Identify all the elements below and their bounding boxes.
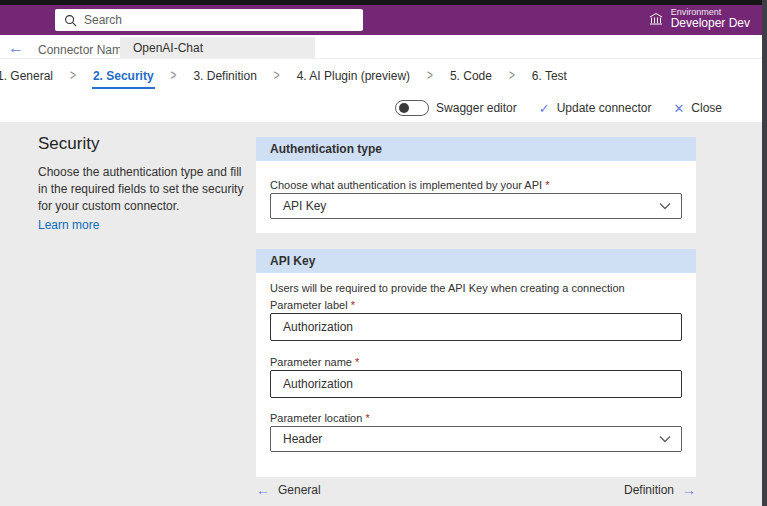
chevron-down-icon xyxy=(659,202,671,210)
auth-type-selected-value: API Key xyxy=(283,199,326,213)
prev-step-label: General xyxy=(278,483,321,497)
swagger-editor-label: Swagger editor xyxy=(436,101,517,115)
swagger-editor-toggle[interactable]: Swagger editor xyxy=(395,100,517,116)
wizard-steps: 1. General > 2. Security > 3. Definition… xyxy=(0,59,568,92)
search-placeholder: Search xyxy=(84,13,122,27)
step-definition[interactable]: 3. Definition xyxy=(192,63,257,89)
search-icon xyxy=(64,14,77,27)
parameter-location-selected-value: Header xyxy=(283,432,322,446)
close-label: Close xyxy=(691,101,722,115)
parameter-label-label: Parameter label * xyxy=(270,299,355,311)
next-step-label: Definition xyxy=(624,483,674,497)
environment-icon xyxy=(648,11,664,27)
close-icon: ✕ xyxy=(673,101,684,116)
chevron-down-icon xyxy=(659,435,671,443)
action-toolbar: Swagger editor ✓ Update connector ✕ Clos… xyxy=(395,95,722,121)
toggle-off-icon[interactable] xyxy=(395,100,429,116)
parameter-label-input[interactable] xyxy=(270,313,682,341)
api-key-description: Users will be required to provide the AP… xyxy=(270,282,625,294)
auth-type-field-label: Choose what authentication is implemente… xyxy=(270,179,549,191)
required-asterisk: * xyxy=(355,356,359,368)
chevron-right-icon: > xyxy=(509,68,515,83)
environment-picker[interactable]: Environment Developer Dev xyxy=(648,7,750,31)
connector-name-label: Connector Name xyxy=(38,43,129,57)
chevron-right-icon: > xyxy=(171,68,177,83)
header-rows: ← Connector Name OpenAI-Chat 1. General … xyxy=(0,35,767,122)
step-code[interactable]: 5. Code xyxy=(449,63,493,89)
connector-editor-screen: Search Environment Developer Dev ← Conne… xyxy=(0,0,767,506)
next-step-link[interactable]: Definition → xyxy=(624,482,696,498)
update-connector-label: Update connector xyxy=(557,101,652,115)
prev-step-link[interactable]: ← General xyxy=(256,482,321,498)
api-key-card: API Key Users will be required to provid… xyxy=(256,249,696,477)
parameter-location-dropdown[interactable]: Header xyxy=(270,426,682,452)
required-asterisk: * xyxy=(545,179,549,191)
back-arrow-icon[interactable]: ← xyxy=(8,39,24,57)
security-side-panel: Security Choose the authentication type … xyxy=(38,134,245,233)
connector-name-value: OpenAI-Chat xyxy=(133,41,203,55)
api-key-header: API Key xyxy=(256,249,696,273)
environment-label: Environment xyxy=(671,7,750,17)
environment-name: Developer Dev xyxy=(671,17,750,31)
update-connector-button[interactable]: ✓ Update connector xyxy=(539,101,652,116)
window-right-edge xyxy=(762,0,767,506)
environment-text: Environment Developer Dev xyxy=(671,7,750,31)
step-test[interactable]: 6. Test xyxy=(531,63,568,89)
chevron-right-icon: > xyxy=(427,68,433,83)
checkmark-icon: ✓ xyxy=(539,101,550,116)
page-title: Security xyxy=(38,134,245,154)
learn-more-link[interactable]: Learn more xyxy=(38,218,99,232)
parameter-name-input[interactable] xyxy=(270,370,682,398)
required-asterisk: * xyxy=(351,299,355,311)
chevron-right-icon: > xyxy=(274,68,280,83)
chevron-right-icon: > xyxy=(70,68,76,83)
authentication-type-card: Authentication type Choose what authenti… xyxy=(256,137,696,233)
global-search-box[interactable]: Search xyxy=(55,9,363,31)
parameter-name-label: Parameter name * xyxy=(270,356,359,368)
page-description: Choose the authentication type and fill … xyxy=(38,164,245,215)
close-button[interactable]: ✕ Close xyxy=(673,101,722,116)
arrow-left-icon: ← xyxy=(256,482,270,498)
required-asterisk: * xyxy=(365,412,369,424)
step-general[interactable]: 1. General xyxy=(0,63,54,89)
authentication-type-header: Authentication type xyxy=(256,137,696,161)
connector-name-field[interactable]: OpenAI-Chat xyxy=(120,37,315,58)
app-header-bar: Search Environment Developer Dev xyxy=(0,5,767,35)
auth-type-dropdown[interactable]: API Key xyxy=(270,193,682,219)
parameter-location-label: Parameter location * xyxy=(270,412,370,424)
step-security[interactable]: 2. Security xyxy=(92,63,155,89)
step-ai-plugin[interactable]: 4. AI Plugin (preview) xyxy=(296,63,411,89)
arrow-right-icon: → xyxy=(682,482,696,498)
